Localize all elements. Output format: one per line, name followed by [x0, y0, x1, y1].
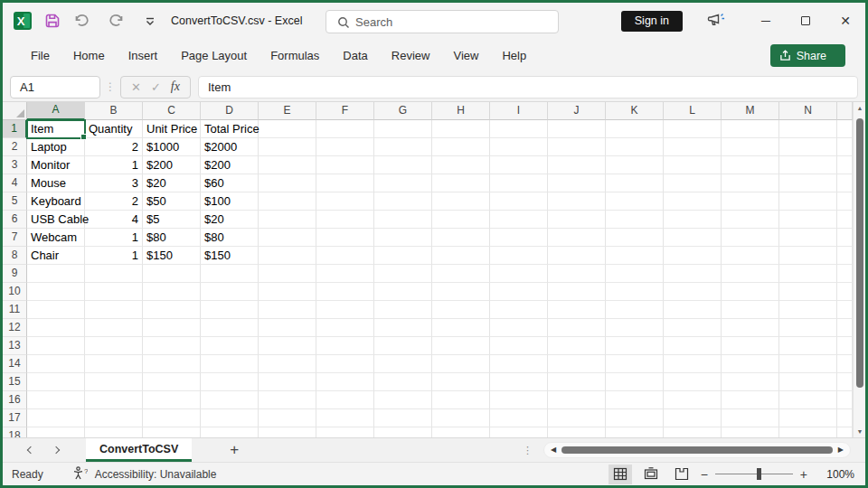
cell-D7[interactable]: $80 [201, 229, 259, 247]
cell-L11[interactable] [664, 301, 722, 319]
cell-A18[interactable] [27, 427, 85, 437]
cell-M17[interactable] [722, 409, 779, 427]
cell-L5[interactable] [664, 192, 722, 211]
cell-B11[interactable] [85, 301, 143, 319]
cell-I9[interactable] [490, 265, 548, 283]
cell-I5[interactable] [490, 192, 548, 211]
cell-D17[interactable] [201, 409, 259, 427]
expand-formula-bar-icon[interactable] [843, 82, 849, 89]
cell-K13[interactable] [606, 337, 664, 355]
cell-J15[interactable] [548, 373, 606, 391]
cell-C2[interactable]: $1000 [143, 138, 201, 156]
cell-J13[interactable] [548, 337, 606, 355]
cell-F8[interactable] [316, 247, 374, 265]
cell-J17[interactable] [548, 409, 606, 427]
cell-D5[interactable]: $100 [201, 192, 259, 211]
cell-D11[interactable] [201, 301, 259, 319]
cell-B10[interactable] [85, 283, 143, 301]
cell-G14[interactable] [374, 355, 432, 373]
cell-L2[interactable] [664, 138, 722, 156]
cell-A11[interactable] [27, 301, 85, 319]
cell-H8[interactable] [432, 247, 490, 265]
tab-help[interactable]: Help [490, 39, 538, 72]
cell-L3[interactable] [664, 156, 722, 174]
cell-I1[interactable] [490, 120, 548, 138]
cell-F2[interactable] [316, 138, 374, 156]
cell-E11[interactable] [259, 301, 316, 319]
cell-E13[interactable] [259, 337, 316, 355]
cell-partial-15[interactable] [837, 373, 853, 391]
cell-partial-5[interactable] [837, 192, 853, 211]
cell-H10[interactable] [432, 283, 490, 301]
cell-J2[interactable] [548, 138, 606, 156]
zoom-slider[interactable] [715, 474, 793, 474]
new-sheet-button[interactable]: + [230, 441, 239, 459]
next-sheet-icon[interactable] [52, 446, 60, 454]
cell-G1[interactable] [374, 120, 432, 138]
cell-M3[interactable] [722, 156, 779, 174]
cell-N12[interactable] [779, 319, 837, 337]
vertical-scrollbar[interactable]: ▲ ▼ [853, 102, 865, 437]
cell-L12[interactable] [664, 319, 722, 337]
cell-N18[interactable] [779, 427, 837, 437]
cell-M16[interactable] [722, 391, 779, 409]
column-header-D[interactable]: D [201, 102, 259, 120]
cell-J18[interactable] [548, 427, 606, 437]
row-header-12[interactable]: 12 [3, 319, 27, 337]
feedback-megaphone-icon[interactable] [706, 11, 726, 32]
cell-B3[interactable]: 1 [85, 156, 143, 174]
cell-N10[interactable] [779, 283, 837, 301]
cell-G3[interactable] [374, 156, 432, 174]
cell-K18[interactable] [606, 427, 664, 437]
cell-K11[interactable] [606, 301, 664, 319]
tab-data[interactable]: Data [331, 39, 379, 72]
cell-L18[interactable] [664, 427, 722, 437]
cell-C14[interactable] [143, 355, 201, 373]
cell-B9[interactable] [85, 265, 143, 283]
cell-A8[interactable]: Chair [27, 247, 85, 265]
cell-K10[interactable] [606, 283, 664, 301]
cell-H5[interactable] [432, 192, 490, 211]
cell-G16[interactable] [374, 391, 432, 409]
cell-D15[interactable] [201, 373, 259, 391]
cell-B7[interactable]: 1 [85, 229, 143, 247]
row-header-7[interactable]: 7 [3, 229, 27, 247]
cell-A10[interactable] [27, 283, 85, 301]
select-all-button[interactable] [3, 102, 27, 120]
cell-G15[interactable] [374, 373, 432, 391]
row-header-8[interactable]: 8 [3, 247, 27, 265]
cell-K2[interactable] [606, 138, 664, 156]
cell-E6[interactable] [259, 211, 316, 229]
cell-C12[interactable] [143, 319, 201, 337]
cell-J1[interactable] [548, 120, 606, 138]
cell-H3[interactable] [432, 156, 490, 174]
cell-E7[interactable] [259, 229, 316, 247]
name-box[interactable]: A1 [10, 76, 100, 99]
cell-K1[interactable] [606, 120, 664, 138]
cell-C16[interactable] [143, 391, 201, 409]
cell-E16[interactable] [259, 391, 316, 409]
cell-N3[interactable] [779, 156, 837, 174]
cell-G10[interactable] [374, 283, 432, 301]
cell-D12[interactable] [201, 319, 259, 337]
scroll-up-icon[interactable]: ▲ [854, 105, 865, 111]
cell-I15[interactable] [490, 373, 548, 391]
name-box-dropdown-icon[interactable] [87, 82, 93, 89]
cell-C18[interactable] [143, 427, 201, 437]
column-header-I[interactable]: I [490, 102, 548, 120]
cell-K4[interactable] [606, 174, 664, 192]
cell-H12[interactable] [432, 319, 490, 337]
cell-M15[interactable] [722, 373, 779, 391]
cell-partial-11[interactable] [837, 301, 853, 319]
cell-D4[interactable]: $60 [201, 174, 259, 192]
cell-F6[interactable] [316, 211, 374, 229]
row-header-1[interactable]: 1 [3, 120, 27, 138]
cell-F9[interactable] [316, 265, 374, 283]
cell-B1[interactable]: Quantity [85, 120, 143, 138]
row-header-2[interactable]: 2 [3, 138, 27, 156]
redo-button[interactable] [108, 14, 131, 28]
share-button[interactable]: Share [770, 44, 845, 67]
cell-J8[interactable] [548, 247, 606, 265]
row-header-9[interactable]: 9 [3, 265, 27, 283]
cancel-icon[interactable]: ✕ [131, 80, 141, 94]
